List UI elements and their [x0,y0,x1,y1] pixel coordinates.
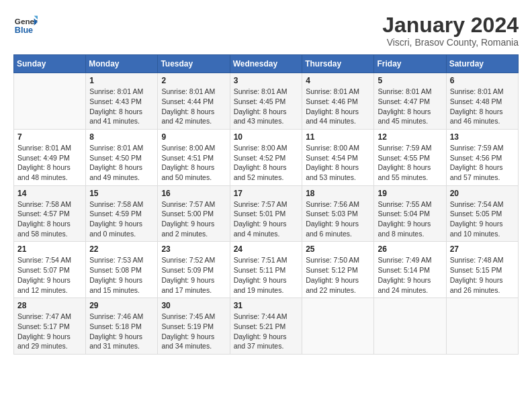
day-number: 16 [161,189,226,198]
calendar-cell: 17Sunrise: 7:57 AMSunset: 5:01 PMDayligh… [230,185,302,242]
title-section: January 2024 Viscri, Brasov County, Roma… [382,13,519,48]
day-info: Sunrise: 7:53 AMSunset: 5:08 PMDaylight:… [89,255,154,295]
week-row-2: 7Sunrise: 8:01 AMSunset: 4:49 PMDaylight… [14,129,519,185]
main-title: January 2024 [382,13,519,37]
calendar-cell: 28Sunrise: 7:47 AMSunset: 5:17 PMDayligh… [14,298,86,355]
week-row-5: 28Sunrise: 7:47 AMSunset: 5:17 PMDayligh… [14,298,519,355]
day-number: 18 [306,189,370,198]
day-number: 31 [234,301,299,310]
calendar-cell: 9Sunrise: 8:00 AMSunset: 4:51 PMDaylight… [158,129,230,185]
day-info: Sunrise: 7:55 AMSunset: 5:04 PMDaylight:… [378,199,442,239]
calendar-cell: 26Sunrise: 7:49 AMSunset: 5:14 PMDayligh… [374,242,446,298]
calendar-cell: 27Sunrise: 7:48 AMSunset: 5:15 PMDayligh… [446,242,518,298]
day-info: Sunrise: 8:01 AMSunset: 4:43 PMDaylight:… [89,87,154,126]
week-row-1: 1Sunrise: 8:01 AMSunset: 4:43 PMDaylight… [14,73,519,130]
day-number: 30 [161,301,226,310]
day-number: 15 [89,189,154,198]
day-number: 7 [17,132,82,142]
day-number: 8 [89,132,154,142]
calendar-cell: 16Sunrise: 7:57 AMSunset: 5:00 PMDayligh… [158,185,230,242]
header-day-monday: Monday [86,55,158,73]
day-info: Sunrise: 8:01 AMSunset: 4:49 PMDaylight:… [17,143,82,183]
day-number: 29 [89,301,154,310]
calendar-cell: 1Sunrise: 8:01 AMSunset: 4:43 PMDaylight… [86,73,158,130]
calendar-cell: 29Sunrise: 7:46 AMSunset: 5:18 PMDayligh… [86,298,158,355]
calendar-cell: 2Sunrise: 8:01 AMSunset: 4:44 PMDaylight… [158,73,230,130]
day-info: Sunrise: 7:59 AMSunset: 4:55 PMDaylight:… [378,143,442,183]
header-day-tuesday: Tuesday [158,55,230,73]
day-info: Sunrise: 8:00 AMSunset: 4:51 PMDaylight:… [161,143,226,183]
day-info: Sunrise: 8:01 AMSunset: 4:47 PMDaylight:… [378,87,442,126]
calendar-cell [446,298,518,355]
day-info: Sunrise: 8:01 AMSunset: 4:44 PMDaylight:… [161,87,226,126]
calendar-cell: 12Sunrise: 7:59 AMSunset: 4:55 PMDayligh… [374,129,446,185]
day-info: Sunrise: 7:58 AMSunset: 4:59 PMDaylight:… [89,199,154,239]
day-info: Sunrise: 7:52 AMSunset: 5:09 PMDaylight:… [161,255,226,295]
day-number: 12 [378,132,442,142]
subtitle: Viscri, Brasov County, Romania [382,37,519,48]
day-info: Sunrise: 8:01 AMSunset: 4:46 PMDaylight:… [306,87,370,126]
calendar-cell [374,298,446,355]
day-number: 6 [450,76,515,85]
day-info: Sunrise: 7:59 AMSunset: 4:56 PMDaylight:… [450,143,515,183]
calendar-cell: 18Sunrise: 7:56 AMSunset: 5:03 PMDayligh… [302,185,374,242]
calendar-table: SundayMondayTuesdayWednesdayThursdayFrid… [13,54,519,355]
day-number: 22 [89,244,154,254]
day-info: Sunrise: 7:45 AMSunset: 5:19 PMDaylight:… [161,312,226,351]
calendar-cell: 6Sunrise: 8:01 AMSunset: 4:48 PMDaylight… [446,73,518,130]
day-number: 5 [378,76,442,85]
day-number: 14 [17,189,82,198]
day-info: Sunrise: 7:47 AMSunset: 5:17 PMDaylight:… [17,312,82,351]
logo: General Blue [13,13,38,38]
day-info: Sunrise: 8:00 AMSunset: 4:52 PMDaylight:… [234,143,299,183]
day-info: Sunrise: 7:48 AMSunset: 5:15 PMDaylight:… [450,255,515,295]
day-number: 23 [161,244,226,254]
day-info: Sunrise: 8:01 AMSunset: 4:45 PMDaylight:… [234,87,299,126]
day-number: 24 [234,244,299,254]
calendar-cell: 20Sunrise: 7:54 AMSunset: 5:05 PMDayligh… [446,185,518,242]
calendar-cell: 3Sunrise: 8:01 AMSunset: 4:45 PMDaylight… [230,73,302,130]
day-info: Sunrise: 7:58 AMSunset: 4:57 PMDaylight:… [17,199,82,239]
calendar-cell: 13Sunrise: 7:59 AMSunset: 4:56 PMDayligh… [446,129,518,185]
day-number: 27 [450,244,515,254]
day-number: 28 [17,301,82,310]
calendar-cell: 24Sunrise: 7:51 AMSunset: 5:11 PMDayligh… [230,242,302,298]
svg-text:Blue: Blue [15,26,33,35]
header-day-thursday: Thursday [302,55,374,73]
day-number: 9 [161,132,226,142]
calendar-cell: 25Sunrise: 7:50 AMSunset: 5:12 PMDayligh… [302,242,374,298]
day-number: 1 [89,76,154,85]
day-info: Sunrise: 7:51 AMSunset: 5:11 PMDaylight:… [234,255,299,295]
calendar-cell: 15Sunrise: 7:58 AMSunset: 4:59 PMDayligh… [86,185,158,242]
day-info: Sunrise: 7:57 AMSunset: 5:00 PMDaylight:… [161,199,226,239]
day-info: Sunrise: 8:01 AMSunset: 4:48 PMDaylight:… [450,87,515,126]
calendar-cell: 7Sunrise: 8:01 AMSunset: 4:49 PMDaylight… [14,129,86,185]
day-info: Sunrise: 8:01 AMSunset: 4:50 PMDaylight:… [89,143,154,183]
week-row-4: 21Sunrise: 7:54 AMSunset: 5:07 PMDayligh… [14,242,519,298]
calendar-cell: 8Sunrise: 8:01 AMSunset: 4:50 PMDaylight… [86,129,158,185]
day-info: Sunrise: 7:56 AMSunset: 5:03 PMDaylight:… [306,199,370,239]
calendar-cell [14,73,86,130]
calendar-cell: 21Sunrise: 7:54 AMSunset: 5:07 PMDayligh… [14,242,86,298]
day-info: Sunrise: 7:44 AMSunset: 5:21 PMDaylight:… [234,312,299,351]
calendar-cell: 11Sunrise: 8:00 AMSunset: 4:54 PMDayligh… [302,129,374,185]
day-number: 4 [306,76,370,85]
logo-icon: General Blue [13,13,38,38]
calendar-cell: 10Sunrise: 8:00 AMSunset: 4:52 PMDayligh… [230,129,302,185]
day-number: 25 [306,244,370,254]
calendar-cell: 23Sunrise: 7:52 AMSunset: 5:09 PMDayligh… [158,242,230,298]
day-info: Sunrise: 7:54 AMSunset: 5:07 PMDaylight:… [17,255,82,295]
calendar-cell: 5Sunrise: 8:01 AMSunset: 4:47 PMDaylight… [374,73,446,130]
calendar-cell: 31Sunrise: 7:44 AMSunset: 5:21 PMDayligh… [230,298,302,355]
day-number: 26 [378,244,442,254]
day-number: 21 [17,244,82,254]
header-day-saturday: Saturday [446,55,518,73]
header-row: SundayMondayTuesdayWednesdayThursdayFrid… [14,55,519,73]
day-info: Sunrise: 7:57 AMSunset: 5:01 PMDaylight:… [234,199,299,239]
calendar-cell [302,298,374,355]
day-info: Sunrise: 7:46 AMSunset: 5:18 PMDaylight:… [89,312,154,351]
calendar-header: SundayMondayTuesdayWednesdayThursdayFrid… [14,55,519,73]
day-number: 19 [378,189,442,198]
day-number: 10 [234,132,299,142]
day-number: 3 [234,76,299,85]
